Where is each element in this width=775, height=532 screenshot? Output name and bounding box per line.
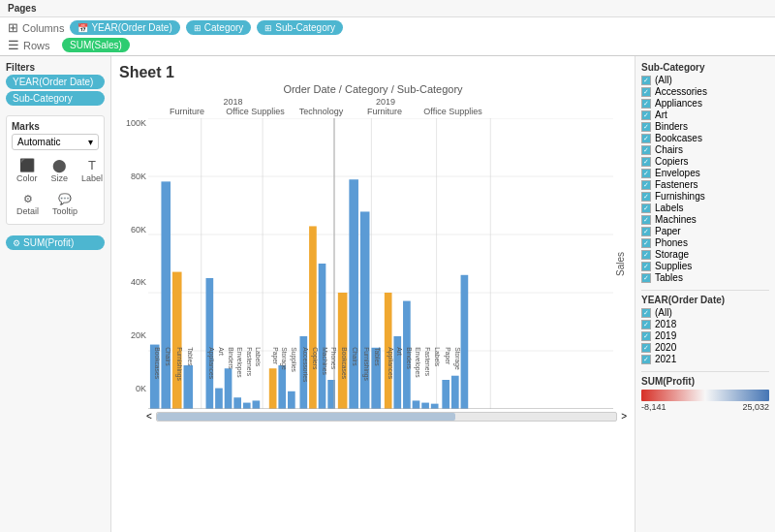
checkbox-machines[interactable] [641, 215, 651, 225]
checkbox-appliances[interactable] [641, 99, 651, 109]
svg-text:Furnishings: Furnishings [362, 347, 370, 381]
svg-text:Phones: Phones [330, 347, 337, 369]
color-button[interactable]: ⬛ Color [12, 155, 43, 186]
cat-officesupplies-2019: Office Supplies [421, 107, 484, 116]
legend-item-appliances[interactable]: Appliances [641, 98, 769, 109]
left-panel: Filters YEAR(Order Date) Sub-Category Ma… [0, 56, 111, 532]
legend-item-storage[interactable]: Storage [641, 249, 769, 260]
legend-item-accessories[interactable]: Accessories [641, 86, 769, 97]
checkbox-year-2018[interactable] [641, 320, 651, 329]
profit-gradient-bar [641, 390, 769, 401]
sub-category-pill[interactable]: ⊞ Sub-Category [257, 20, 343, 35]
sum-profit-pill[interactable]: ⚙ SUM(Profit) [6, 235, 105, 250]
cat-officesupplies-2018: Office Supplies [224, 107, 287, 116]
checkbox-fasteners[interactable] [641, 180, 651, 190]
checkbox-bookcases[interactable] [641, 134, 651, 143]
marks-type-dropdown[interactable]: Automatic ▾ [12, 134, 99, 150]
legend-item-machines[interactable]: Machines [641, 214, 769, 225]
svg-text:Binders: Binders [406, 347, 413, 369]
checkbox-furnishings[interactable] [641, 192, 651, 202]
cat-furniture-2018: Furniture [158, 107, 216, 116]
year-order-date-pill[interactable]: 📅 YEAR(Order Date) [70, 20, 179, 35]
svg-text:Tables: Tables [374, 347, 381, 366]
checkbox-year-2020[interactable] [641, 343, 651, 353]
legend-item-supplies[interactable]: Supplies [641, 261, 769, 271]
detail-button[interactable]: ⚙ Detail [12, 190, 44, 219]
checkbox-year-2019[interactable] [641, 331, 651, 341]
scroll-right-button[interactable]: > [621, 411, 627, 422]
legend-item-tables[interactable]: Tables [641, 272, 769, 283]
checkbox-paper[interactable] [641, 227, 651, 236]
scroll-left-button[interactable]: < [146, 411, 152, 422]
year-legend-2019[interactable]: 2019 [641, 330, 769, 341]
legend-item-furnishings[interactable]: Furnishings [641, 191, 769, 202]
legend-item-labels[interactable]: Labels [641, 203, 769, 213]
svg-text:Fasteners: Fasteners [424, 347, 431, 377]
svg-text:Tables: Tables [187, 347, 194, 366]
legend-item-chairs[interactable]: Chairs [641, 144, 769, 155]
checkbox-accessories[interactable] [641, 87, 651, 97]
ytick-20k: 20K [131, 330, 146, 340]
ytick-100k: 100K [126, 118, 146, 128]
year-legend-2018[interactable]: 2018 [641, 319, 769, 329]
svg-text:Accessories: Accessories [302, 347, 309, 383]
checkbox-phones[interactable] [641, 238, 651, 248]
legend-item-phones[interactable]: Phones [641, 237, 769, 248]
profit-max-label: 25,032 [742, 402, 769, 412]
scrollbar-track[interactable] [156, 412, 617, 422]
legend-item-binders[interactable]: Binders [641, 121, 769, 132]
year-legend-all[interactable]: (All) [641, 307, 769, 318]
svg-text:Labels: Labels [255, 347, 262, 366]
filter-subcategory[interactable]: Sub-Category [6, 91, 105, 106]
checkbox-binders[interactable] [641, 122, 651, 132]
legend-item-all[interactable]: (All) [641, 75, 769, 85]
ytick-0k: 0K [136, 384, 146, 393]
svg-text:Appliances: Appliances [207, 347, 215, 380]
category-pill[interactable]: ⊞ Category [186, 20, 252, 35]
x-axis-labels: Bookcases Chairs Furnishings Tables Appl… [148, 341, 613, 409]
legend-item-copiers[interactable]: Copiers [641, 156, 769, 167]
chart-subtitle: Order Date / Category / Sub-Category [119, 83, 627, 95]
checkbox-year-2021[interactable] [641, 355, 651, 364]
legend-item-fasteners[interactable]: Fasteners [641, 179, 769, 190]
profit-gradient-labels: -8,141 25,032 [641, 402, 769, 412]
legend-item-bookcases[interactable]: Bookcases [641, 133, 769, 143]
year-legend-2020[interactable]: 2020 [641, 342, 769, 353]
svg-text:Chairs: Chairs [352, 347, 358, 366]
marks-title: Marks [12, 121, 99, 132]
scrollbar-thumb[interactable] [157, 413, 455, 421]
svg-text:Envelopes: Envelopes [414, 347, 421, 378]
rows-label: ☰ Rows [8, 38, 56, 52]
year-2019-label: 2019 [318, 97, 453, 107]
svg-text:Paper: Paper [271, 347, 279, 365]
checkbox-copiers[interactable] [641, 157, 651, 167]
tooltip-button[interactable]: 💬 Tooltip [47, 190, 82, 219]
svg-text:Paper: Paper [444, 347, 451, 365]
label-button[interactable]: T Label [77, 155, 108, 186]
legend-item-envelopes[interactable]: Envelopes [641, 168, 769, 178]
size-button[interactable]: ⬤ Size [46, 155, 74, 186]
year-2018-label: 2018 [158, 97, 308, 107]
year-legend-2021[interactable]: 2021 [641, 354, 769, 364]
legend-item-art[interactable]: Art [641, 110, 769, 120]
checkbox-all[interactable] [641, 76, 651, 85]
checkbox-chairs[interactable] [641, 145, 651, 155]
svg-text:Furnishings: Furnishings [175, 347, 183, 381]
cat-furniture-2019: Furniture [356, 107, 414, 116]
checkbox-envelopes[interactable] [641, 169, 651, 178]
svg-text:Appliances: Appliances [387, 347, 394, 380]
filter-year[interactable]: YEAR(Order Date) [6, 75, 105, 89]
legend-item-paper[interactable]: Paper [641, 226, 769, 236]
checkbox-storage[interactable] [641, 250, 651, 260]
pages-label: Pages [8, 3, 36, 14]
checkbox-supplies[interactable] [641, 262, 651, 271]
sum-sales-pill[interactable]: SUM(Sales) [62, 38, 130, 52]
checkbox-year-all[interactable] [641, 308, 651, 318]
checkbox-labels[interactable] [641, 203, 651, 213]
svg-text:Bookcases: Bookcases [341, 347, 348, 380]
checkbox-art[interactable] [641, 110, 651, 120]
profit-legend-title: SUM(Profit) [641, 376, 769, 387]
y-axis-label: Sales [613, 118, 627, 409]
columns-label: ⊞ Columns [8, 20, 64, 35]
checkbox-tables[interactable] [641, 273, 651, 283]
